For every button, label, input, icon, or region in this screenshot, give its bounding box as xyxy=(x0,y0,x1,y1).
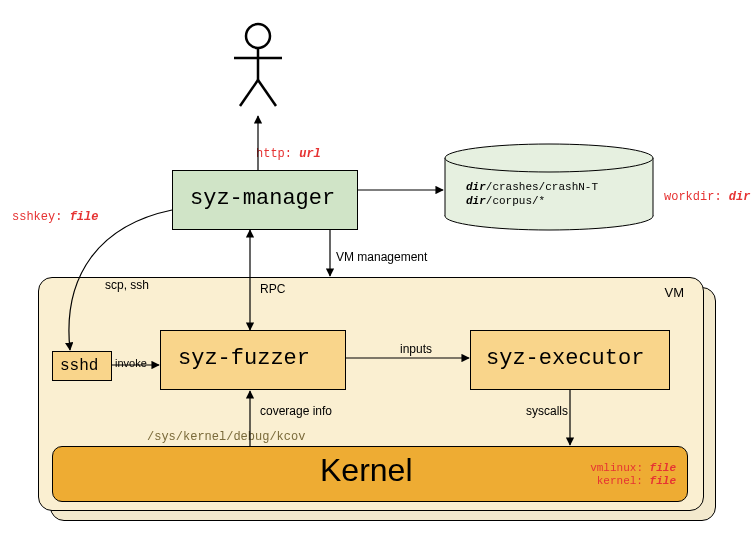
actor-icon xyxy=(228,22,288,110)
http-annotation: http: url xyxy=(256,147,321,161)
kcov-path: /sys/kernel/debug/kcov xyxy=(147,430,305,444)
kernel-label: Kernel xyxy=(320,452,413,489)
svg-point-4 xyxy=(445,144,653,172)
svg-line-8 xyxy=(240,80,258,106)
syz-executor-label: syz-executor xyxy=(486,346,644,371)
vmlinux-annotation: vmlinux: file kernel: file xyxy=(590,462,676,488)
edge-rpc: RPC xyxy=(260,282,285,296)
syz-manager-label: syz-manager xyxy=(190,186,335,211)
syz-fuzzer-label: syz-fuzzer xyxy=(178,346,310,371)
sshd-label: sshd xyxy=(60,357,98,375)
storage-line2: dir/corpus/* xyxy=(466,195,545,207)
edge-scp-ssh: scp, ssh xyxy=(105,278,149,292)
diagram-canvas: VM Kernel /sys/kernel/debug/kcov vmlinux… xyxy=(0,0,754,546)
workdir-annotation: workdir: dir xyxy=(664,190,750,204)
vm-label: VM xyxy=(665,285,685,300)
svg-line-9 xyxy=(258,80,276,106)
edge-vm-mgmt: VM management xyxy=(336,250,427,264)
edge-coverage: coverage info xyxy=(260,404,332,418)
storage-line1: dir/crashes/crashN-T xyxy=(466,181,598,193)
svg-point-5 xyxy=(246,24,270,48)
edge-syscalls: syscalls xyxy=(526,404,568,418)
edge-inputs: inputs xyxy=(400,342,432,356)
edge-invoke: invoke xyxy=(115,357,147,369)
sshkey-annotation: sshkey: file xyxy=(12,210,98,224)
